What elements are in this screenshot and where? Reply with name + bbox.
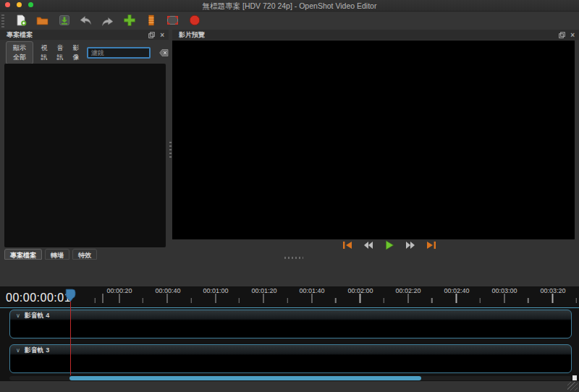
track-3[interactable]: ∨ 影音軌 3 [9, 344, 572, 373]
playhead-marker[interactable] [65, 289, 76, 305]
float-panel-icon[interactable] [559, 32, 565, 38]
video-preview-area [172, 41, 575, 239]
close-panel-icon[interactable]: × [570, 32, 575, 38]
toolbar-drag-handle[interactable] [1, 14, 4, 29]
playhead-timecode: 00:00:00:01 [6, 291, 71, 304]
project-files-panel-title: 專案檔案 [0, 30, 148, 40]
tab-effects[interactable]: 特效 [72, 249, 97, 260]
tab-transitions[interactable]: 轉場 [45, 249, 69, 260]
undo-button[interactable] [79, 14, 93, 29]
fast-forward-button[interactable] [404, 240, 417, 252]
timeline-scrollbar-thumb[interactable] [69, 376, 421, 380]
rewind-icon [363, 241, 373, 252]
filter-video-button[interactable]: 視訊 [39, 42, 49, 64]
window-bottom-strip [0, 381, 579, 392]
film-profile-icon [146, 14, 156, 28]
plus-icon [123, 14, 136, 29]
jump-end-icon [426, 241, 436, 252]
rewind-button[interactable] [362, 240, 375, 252]
redo-icon [101, 17, 114, 27]
playback-controls [172, 239, 575, 252]
window-resize-grip[interactable] [567, 382, 578, 391]
fullscreen-button[interactable] [166, 14, 179, 29]
track-header: ∨ 影音軌 3 [10, 345, 571, 355]
filter-search-input[interactable] [87, 47, 151, 59]
filter-audio-button[interactable]: 音訊 [55, 42, 65, 64]
ruler-ticks-minor [80, 298, 578, 303]
backspace-clear-icon [159, 48, 169, 59]
redo-button[interactable] [101, 14, 114, 29]
record-circle-icon [189, 14, 200, 28]
new-file-icon [15, 14, 27, 28]
window-title: 無標題專案 [HDV 720 24p] - OpenShot Video Edi… [0, 1, 579, 12]
play-button[interactable] [383, 240, 396, 252]
playhead-line [70, 299, 71, 375]
export-video-button[interactable] [187, 14, 201, 29]
project-files-list[interactable] [4, 64, 166, 247]
fast-forward-icon [405, 241, 415, 252]
track-label: 影音軌 3 [25, 346, 50, 355]
chevron-down-icon[interactable]: ∨ [16, 312, 20, 319]
clear-filter-button[interactable] [159, 48, 169, 59]
play-icon [384, 240, 394, 252]
import-files-button[interactable] [122, 14, 136, 29]
vertical-splitter-handle[interactable] [169, 142, 172, 159]
scrollbar-end-cap [572, 375, 577, 380]
preview-panel-header[interactable]: 影片預覽 × [172, 30, 579, 40]
tab-project-files[interactable]: 專案檔案 [4, 249, 42, 260]
timeline-scrollbar[interactable] [9, 376, 572, 380]
project-files-panel-header[interactable]: 專案檔案 × [0, 30, 169, 40]
save-icon [59, 14, 70, 28]
title-bar[interactable]: 無標題專案 [HDV 720 24p] - OpenShot Video Edi… [0, 0, 579, 12]
openshot-window: 無標題專案 [HDV 720 24p] - OpenShot Video Edi… [0, 0, 579, 392]
open-project-button[interactable] [35, 14, 49, 29]
new-project-button[interactable] [14, 14, 28, 29]
jump-to-start-button[interactable] [341, 240, 354, 252]
chevron-down-icon[interactable]: ∨ [16, 347, 20, 354]
track-header: ∨ 影音軌 4 [10, 310, 571, 320]
filter-show-all-button[interactable]: 顯示全部 [6, 41, 33, 64]
jump-to-end-button[interactable] [425, 240, 438, 252]
float-panel-icon[interactable] [148, 32, 155, 38]
choose-profile-button[interactable] [144, 14, 158, 29]
project-files-filter-row: 顯示全部 視訊 音訊 影像 [0, 45, 169, 61]
preview-panel-title: 影片預覽 [172, 30, 559, 40]
save-project-button[interactable] [57, 14, 71, 29]
dock-tab-bar: 專案檔案 轉場 特效 [4, 249, 97, 260]
timeline-toolbar: + − 20 秒 [0, 260, 579, 286]
jump-start-icon [342, 241, 352, 252]
track-4[interactable]: ∨ 影音軌 4 [9, 310, 572, 338]
filter-image-button[interactable]: 影像 [71, 42, 81, 64]
horizontal-splitter-handle[interactable] [284, 257, 303, 259]
fullscreen-icon [166, 15, 179, 27]
timeline-separator-line [0, 307, 579, 308]
track-label: 影音軌 4 [25, 311, 50, 320]
close-panel-icon[interactable]: × [160, 32, 164, 38]
main-toolbar [0, 12, 579, 30]
undo-icon [80, 15, 92, 27]
folder-icon [36, 15, 48, 28]
